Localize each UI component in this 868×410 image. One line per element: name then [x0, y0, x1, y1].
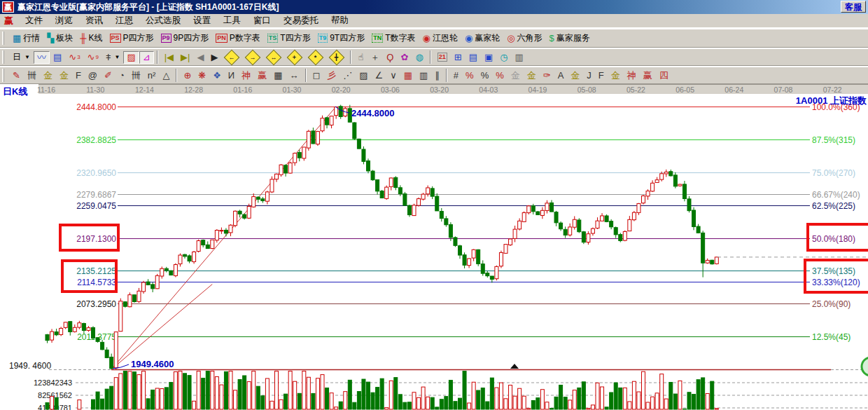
span-arrow-button[interactable]: ↔: [286, 69, 302, 82]
p-number-table-button[interactable]: PNP数字表: [212, 31, 264, 46]
angle-shen-button[interactable]: 神: [624, 69, 640, 82]
stat-bars-button[interactable]: #: [450, 69, 462, 82]
menu-item-7[interactable]: 窗口: [247, 15, 277, 25]
gann-wheel-button[interactable]: ◉江恩轮: [419, 31, 461, 46]
ink-pen-button[interactable]: ✑: [540, 69, 554, 82]
percent-red-button[interactable]: %: [462, 69, 477, 82]
p-square-button[interactable]: PSP四方形: [106, 31, 158, 46]
crosshair-button[interactable]: ＋: [367, 51, 383, 64]
gann-fence-gold-1-button[interactable]: 金: [40, 69, 56, 82]
trend-chart-toggle-button[interactable]: 〰: [34, 51, 50, 64]
customer-service-button[interactable]: 客服: [841, 1, 866, 13]
float-service-badge[interactable]: [862, 357, 868, 376]
menu-item-6[interactable]: 工具: [217, 15, 247, 25]
gann-fence-gold-2-button[interactable]: 金: [56, 69, 72, 82]
zigzag-wave-button[interactable]: ∨: [386, 69, 400, 82]
prev-bar-button[interactable]: ◀: [193, 51, 207, 64]
circle-cross-button[interactable]: ⊕: [180, 69, 195, 82]
angle-a-button[interactable]: △: [159, 69, 173, 82]
n-square-button[interactable]: n²: [144, 69, 160, 82]
info-panel-button[interactable]: ▤: [50, 51, 65, 64]
drag-hand-button[interactable]: ☝: [354, 51, 367, 64]
9t-square-button[interactable]: T99T四方形: [314, 31, 369, 46]
menu-item-2[interactable]: 资讯: [79, 15, 109, 25]
pencil-fill-button[interactable]: ✐: [101, 69, 115, 82]
kline-chart[interactable]: 12384234382561562412807812444.8000100.0%…: [0, 94, 868, 410]
minor-wave-9-button[interactable]: ∿9: [84, 51, 102, 64]
menu-item-1[interactable]: 浏览: [49, 15, 79, 25]
angle-lines-button[interactable]: ∠: [372, 69, 387, 82]
notepad-button[interactable]: ▤: [465, 51, 481, 64]
menu-item-5[interactable]: 设置: [187, 15, 217, 25]
globe-tool-button[interactable]: ◍: [412, 51, 426, 64]
angle-four-button[interactable]: 四: [656, 69, 672, 82]
calculator-button[interactable]: ⊞: [451, 51, 465, 64]
angle-gold-button[interactable]: 金: [608, 69, 624, 82]
9p-square-button[interactable]: P99P四方形: [158, 31, 213, 46]
percent-black-button[interactable]: %: [477, 69, 493, 82]
time-cycle-button[interactable]: ◔: [115, 69, 128, 82]
zoom-in-button[interactable]: +: [284, 50, 305, 64]
hexagon-button[interactable]: ◎六角形: [503, 31, 545, 46]
sector-blocks-button[interactable]: ▚板块: [43, 31, 76, 46]
wheel-blue-button[interactable]: ❖: [209, 69, 225, 82]
winner-wheel-button[interactable]: ◉赢家轮: [461, 31, 503, 46]
gold-angle-button[interactable]: 金: [567, 69, 583, 82]
first-page-button[interactable]: |◀: [161, 51, 177, 64]
t-square-button[interactable]: TST四方形: [264, 31, 314, 46]
box-tool-button[interactable]: ◻: [309, 69, 324, 82]
9t-square-label: 9T四方形: [330, 32, 365, 44]
period-day-select-button[interactable]: 日▼: [9, 50, 34, 64]
grid-black-button[interactable]: ▥: [416, 69, 431, 82]
shrink-left-button[interactable]: ←: [221, 50, 242, 64]
calendar-21-button[interactable]: 21: [434, 51, 451, 63]
time-clock-button[interactable]: ◷: [496, 51, 511, 64]
expand-horizontal-button[interactable]: ↔: [263, 50, 284, 64]
t-number-table-button[interactable]: TNT数字表: [368, 31, 419, 46]
pencil-tool-button[interactable]: ✎: [9, 69, 24, 82]
fence-win-button[interactable]: 赢: [254, 69, 270, 82]
gann-fence-2-button[interactable]: 卌: [128, 69, 144, 82]
flag-chart-toggle-button[interactable]: ⊿: [139, 51, 154, 64]
quote-table-button[interactable]: ▦行情: [9, 31, 43, 46]
wave-a-button[interactable]: A: [554, 69, 568, 82]
last-page-button[interactable]: ▶|: [177, 51, 193, 64]
candle-style-button[interactable]: ǂ▼: [102, 51, 124, 64]
toolbar-separator: [305, 69, 307, 82]
angle-f-button[interactable]: F: [595, 69, 608, 82]
gann-fence-button[interactable]: 卌: [24, 69, 40, 82]
angle-win-button[interactable]: 赢: [640, 69, 656, 82]
menu-item-3[interactable]: 江恩: [109, 15, 139, 25]
next-bar-button[interactable]: ▶: [207, 51, 221, 64]
printer-button[interactable]: ▥: [512, 51, 527, 64]
zoom-reset-button[interactable]: ╋: [326, 50, 347, 64]
grid-123-button[interactable]: ▦: [270, 69, 286, 82]
fan-red-button[interactable]: 彡: [323, 69, 340, 82]
menu-item-0[interactable]: 文件: [19, 15, 49, 25]
magnifier-button[interactable]: Ϙ: [383, 51, 397, 64]
fence-shen-button[interactable]: 神: [238, 69, 254, 82]
menu-item-8[interactable]: 交易委托: [277, 15, 325, 25]
flower-tool-button[interactable]: ✿: [397, 51, 412, 64]
save-disk-button[interactable]: ▣: [481, 51, 496, 64]
grid-red-button[interactable]: ▦: [400, 69, 416, 82]
fan-box-button[interactable]: ▨: [356, 69, 371, 82]
gold-line-button[interactable]: 金: [524, 69, 540, 82]
angle-j-button[interactable]: J: [583, 69, 595, 82]
minor-wave-3-button[interactable]: ∿3: [65, 51, 83, 64]
spiral-tool-button[interactable]: @: [85, 69, 101, 82]
gann-zone-toggle-button[interactable]: ▨: [123, 51, 139, 64]
menu-item-9[interactable]: 帮助: [325, 15, 355, 25]
kline-view-button[interactable]: ╫K线: [76, 31, 106, 46]
menu-item-4[interactable]: 公式选股: [139, 15, 187, 25]
resistance-marks-button[interactable]: И: [225, 69, 238, 82]
grow-right-button[interactable]: →: [242, 50, 263, 64]
gann-fence-f-button[interactable]: F: [72, 69, 85, 82]
zoom-all-button[interactable]: *: [305, 50, 326, 64]
fan-lines-button[interactable]: ⋰: [340, 69, 356, 82]
winner-service-button[interactable]: $赢家服务: [546, 31, 594, 46]
wheel-red-green-button[interactable]: ❋: [195, 69, 209, 82]
gold-circle-button[interactable]: 金: [507, 69, 524, 82]
percent-line-button[interactable]: %: [492, 69, 507, 82]
parallel-lines-button[interactable]: ∥: [431, 69, 443, 82]
